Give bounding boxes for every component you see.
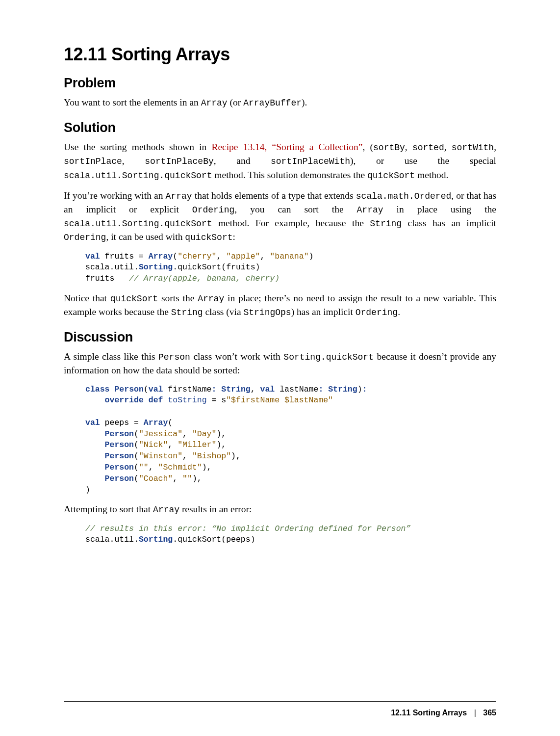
text: ( <box>134 440 139 449</box>
type: Person <box>105 463 134 472</box>
footer-separator: | <box>474 709 476 717</box>
str: "Miller" <box>178 440 216 449</box>
str: "Coach" <box>139 474 173 483</box>
text: ( <box>173 252 178 261</box>
kw: val <box>260 385 275 394</box>
text: scala.util. <box>85 263 139 272</box>
comment: // results in this error: “No implicit O… <box>85 524 410 533</box>
text: , you can sort the <box>234 204 356 214</box>
str: "cherry" <box>178 252 216 261</box>
text: scala.util. <box>85 535 139 544</box>
code-inline: StringOps <box>243 308 291 317</box>
text: ). <box>302 97 307 107</box>
str: "banana" <box>270 252 308 261</box>
text: , <box>168 440 178 449</box>
code-inline: Person <box>158 352 190 362</box>
str: "Nick" <box>139 440 168 449</box>
op: : <box>362 385 367 394</box>
section-title: 12.11 Sorting Arrays <box>64 44 496 65</box>
text: ( <box>144 385 149 394</box>
text: Notice that <box>64 293 110 303</box>
text: You want to sort the elements in an <box>64 97 201 107</box>
text: , <box>251 385 260 394</box>
text: , it can be used with <box>106 232 185 242</box>
type: Array <box>149 252 173 261</box>
heading-discussion: Discussion <box>64 330 496 345</box>
comment: // Array(apple, banana, cherry) <box>129 274 280 283</box>
type: String <box>221 385 250 394</box>
solution-paragraph-1: Use the sorting methods shown in Recipe … <box>64 140 496 182</box>
kw: class <box>85 385 110 394</box>
kw: val <box>85 252 100 261</box>
code-inline: ted <box>428 143 444 153</box>
text <box>323 385 328 394</box>
code-inline: sortInPlaceBy <box>145 157 213 166</box>
heading-solution: Solution <box>64 120 496 135</box>
text: ) <box>309 252 314 261</box>
text: class won’t work with <box>190 351 284 362</box>
text: ), <box>216 429 226 439</box>
type: Person <box>105 429 134 439</box>
text: ( <box>134 451 139 461</box>
text: , <box>182 429 192 439</box>
text: sorts the <box>158 293 198 303</box>
text <box>85 440 105 449</box>
text: , <box>260 252 270 261</box>
text: class has an implicit <box>402 218 496 228</box>
type: Sorting <box>139 535 173 544</box>
footer-page-number: 365 <box>483 709 496 717</box>
text: (or <box>228 97 244 107</box>
text: , <box>122 156 145 166</box>
link-recipe[interactable]: Recipe 13.14, “Sorting a Collection” <box>211 142 362 152</box>
text: = s <box>207 395 227 405</box>
footer-section: 12.11 Sorting Arrays <box>391 709 467 717</box>
text <box>110 385 115 394</box>
code-inline: Sort <box>394 171 415 181</box>
text: A simple class like this <box>64 351 158 362</box>
str: "" <box>182 474 192 483</box>
type: Sorting <box>139 263 173 272</box>
text: ) <box>357 385 362 394</box>
code-block-3: // results in this error: “No implicit O… <box>85 524 496 546</box>
type: Person <box>114 385 143 394</box>
text: ( <box>134 463 139 472</box>
str: "Winston" <box>139 451 182 461</box>
str: "" <box>139 463 149 472</box>
text: , and <box>214 156 271 166</box>
text: . <box>398 307 400 317</box>
code-inline: Array <box>153 505 179 515</box>
heading-problem: Problem <box>64 76 496 91</box>
type: Person <box>105 440 134 449</box>
text <box>85 451 105 461</box>
code-inline: quickSort <box>185 233 232 242</box>
text: fruits <box>85 274 129 283</box>
text: , <box>494 142 496 152</box>
str: "Bishop" <box>192 451 231 461</box>
text: , <box>173 474 182 483</box>
code-inline: scala.util.Sorting.quickSort <box>64 171 212 181</box>
code-inline: scala.util.Sorting.quickSort <box>64 219 212 229</box>
code-inline: sortWith <box>452 143 494 153</box>
text: results in an error: <box>179 504 252 514</box>
text: class (via <box>203 307 244 317</box>
code-inline: sor <box>412 143 428 153</box>
text: ), <box>202 463 212 472</box>
text: Attempting to sort that <box>64 504 153 514</box>
text: method. <box>415 170 448 180</box>
text: .quickSort(peeps) <box>173 535 255 544</box>
type: Array <box>144 418 168 427</box>
discussion-paragraph-2: Attempting to sort that Array results in… <box>64 502 496 516</box>
text: .quickSort(fruits) <box>173 263 260 272</box>
str: "Jessica" <box>139 429 182 439</box>
text: that holds elements of a type that exten… <box>192 190 356 201</box>
text: ( <box>168 418 173 427</box>
footer-rule <box>64 701 496 702</box>
str: "apple" <box>226 252 260 261</box>
text: ), <box>192 474 202 483</box>
str: "Day" <box>192 429 217 439</box>
text: ), <box>231 451 241 461</box>
code-inline: sortBy <box>373 143 405 153</box>
text <box>85 429 105 439</box>
problem-paragraph: You want to sort the elements in an Arra… <box>64 96 496 109</box>
text <box>163 395 168 405</box>
